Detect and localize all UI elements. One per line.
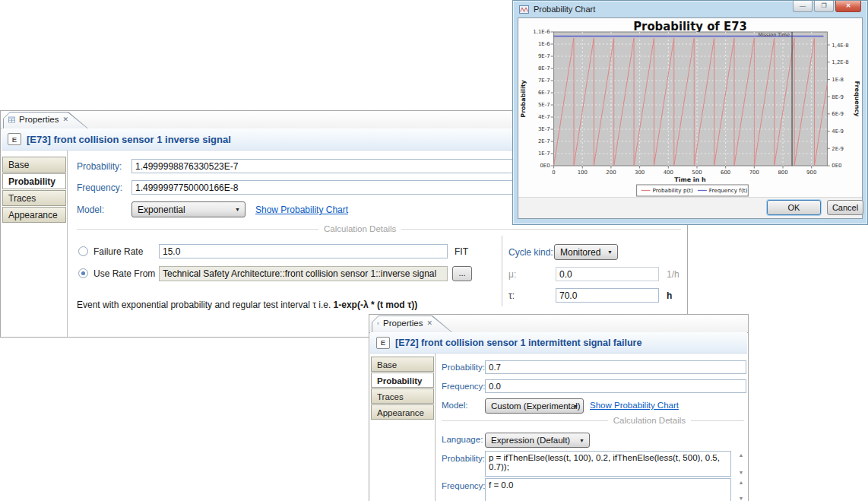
left-tick-label: 8E-7 (538, 65, 550, 71)
maximize-button[interactable]: ❐ (814, 1, 834, 12)
frequency-expression-scrollbar: ▲ ▼ (736, 480, 746, 501)
probability-expression-field[interactable]: p = ifThenElse(less(t, 100), 0.2, ifThen… (486, 452, 730, 476)
plot-area (554, 32, 828, 166)
view-tab-properties[interactable]: Properties ✕ (372, 316, 452, 332)
scroll-down-icon[interactable]: ▼ (739, 470, 744, 475)
frequency-label: Frequency: (77, 182, 122, 193)
right-tick-label: 2E-9 (832, 146, 844, 152)
left-tick-label: 3E-7 (538, 126, 550, 132)
left-tick-label: 0E0 (540, 163, 550, 169)
show-probability-chart-link[interactable]: Show Probability Chart (255, 205, 348, 215)
dialog-footer: OK Cancel (518, 197, 862, 218)
tau-unit-label: h (667, 290, 672, 301)
right-tick-label: 8E-9 (832, 94, 844, 100)
failure-rate-field[interactable] (159, 244, 448, 258)
cancel-button[interactable]: Cancel (827, 200, 863, 215)
left-tick-label: 9E-7 (538, 53, 550, 59)
frequency-field[interactable] (485, 379, 746, 393)
close-view-icon[interactable]: ✕ (426, 319, 432, 327)
scroll-down-icon[interactable]: ▼ (739, 496, 744, 501)
minimize-button[interactable]: — (793, 1, 813, 12)
x-tick-label: 0 (552, 170, 555, 176)
group-label: Calculation Details (613, 416, 686, 425)
scroll-up-icon[interactable]: ▲ (739, 480, 744, 485)
properties-view-e72: Properties ✕ E [E72] front collision sen… (369, 314, 749, 501)
mu-label: μ: (508, 269, 516, 280)
use-rate-from-radio[interactable] (78, 268, 88, 278)
close-view-icon[interactable]: ✕ (62, 116, 68, 123)
legend-probability-label: Probability p(t) (652, 187, 693, 194)
calculation-details-group: Calculation Details (77, 224, 681, 233)
show-probability-chart-link[interactable]: Show Probability Chart (590, 401, 679, 410)
element-header: E [E72] front collision sensor 1 intermi… (370, 332, 747, 354)
page-title: [E73] front collision sensor 1 inverse s… (27, 134, 231, 145)
tab-probability[interactable]: Probability (2, 173, 66, 189)
probability-chart-dialog: Probability Chart — ❐ ✕ Probability of E… (512, 0, 868, 225)
right-axis-title: Frequency (854, 81, 860, 118)
chevron-down-icon: ▼ (607, 249, 613, 255)
page-title: [E72] front collision sensor 1 intermitt… (395, 338, 641, 348)
language-select[interactable]: Expression (Default) ▼ (485, 433, 590, 448)
failure-rate-label: Failure Rate (93, 246, 143, 257)
browse-button[interactable]: ... (452, 266, 472, 281)
right-tick-label: 1,2E-8 (832, 59, 848, 65)
chevron-down-icon: ▼ (579, 438, 584, 443)
x-tick-label: 700 (749, 170, 759, 176)
cycle-kind-select[interactable]: Monitored ▼ (554, 244, 618, 260)
left-tick-label: 6E-7 (538, 90, 550, 96)
group-label: Calculation Details (324, 224, 396, 233)
tau-label: τ: (508, 290, 515, 301)
left-tick-label: 4E-7 (538, 114, 550, 120)
view-tab-label: Properties (19, 115, 59, 124)
left-tick-label: 1,1E-6 (533, 29, 550, 35)
use-rate-from-label: Use Rate From (93, 268, 155, 279)
property-tabs-sidebar: Base Probability Traces Appearance (369, 354, 436, 501)
ok-button[interactable]: OK (767, 200, 821, 215)
view-tab-label: Properties (383, 319, 423, 328)
properties-view-icon (8, 116, 15, 124)
model-label: Model: (77, 205, 104, 215)
tab-base[interactable]: Base (2, 157, 66, 173)
frequency-expression-box: f = 0.0 (485, 478, 731, 501)
view-tab-bar: Properties ✕ (369, 315, 748, 333)
x-tick-label: 900 (806, 170, 816, 176)
scroll-up-icon[interactable]: ▲ (739, 452, 744, 458)
left-tick-label: 5E-7 (538, 102, 550, 108)
model-select[interactable]: Exponential ▼ (131, 201, 246, 217)
frequency-expression-field[interactable]: f = 0.0 (486, 479, 730, 501)
dialog-title: Probability Chart (534, 5, 595, 14)
x-tick-label: 100 (578, 170, 588, 176)
probability-field[interactable] (485, 360, 746, 374)
probability-expression-scrollbar: ▲ ▼ (736, 452, 746, 475)
model-label: Model: (442, 401, 468, 410)
tab-base[interactable]: Base (371, 357, 434, 372)
probability-label: Probability: (442, 363, 485, 372)
x-axis-title: Time in h (674, 176, 706, 183)
right-tick-label: 0E0 (832, 163, 841, 169)
use-rate-from-field[interactable] (159, 266, 448, 281)
tau-field[interactable] (556, 288, 659, 303)
probability-label: Probability: (77, 161, 122, 172)
tab-traces[interactable]: Traces (371, 388, 434, 404)
model-select[interactable]: Custom (Experimental) ▼ (485, 398, 584, 414)
x-tick-label: 200 (606, 170, 616, 176)
close-button[interactable]: ✕ (835, 1, 861, 12)
right-tick-label: 4E-9 (832, 128, 844, 135)
x-tick-label: 400 (664, 170, 673, 176)
mu-field[interactable] (556, 267, 659, 281)
x-tick-label: 800 (778, 170, 787, 176)
tab-traces[interactable]: Traces (2, 190, 66, 206)
legend-frequency-label: Frequency f(t) (709, 187, 748, 194)
failure-rate-radio[interactable] (78, 246, 88, 256)
tab-appearance[interactable]: Appearance (371, 404, 434, 420)
section-divider (502, 236, 502, 306)
tab-probability[interactable]: Probability (371, 373, 434, 388)
dialog-chart-icon (519, 5, 529, 14)
left-axis-title: Probability (520, 80, 527, 118)
chevron-down-icon: ▼ (573, 404, 578, 409)
tab-appearance[interactable]: Appearance (2, 207, 66, 223)
left-tick-label: 7E-7 (538, 78, 550, 84)
calculation-details-group: Calculation Details (442, 416, 744, 425)
left-tick-label: 1E-6 (538, 41, 550, 47)
view-tab-properties[interactable]: Properties ✕ (3, 112, 88, 128)
